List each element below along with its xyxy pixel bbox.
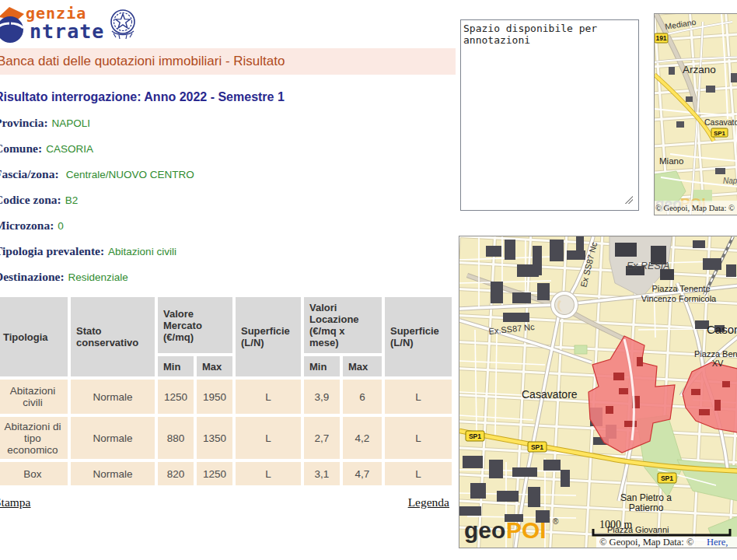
cell-tipologia: Abitazioni di tipo economico (0, 417, 68, 459)
zone-map[interactable]: Ex SS87 Nc Ex.SS87 Nc Ex RESIA Piazza Te… (459, 236, 737, 548)
result-heading: Risultato interrogazione: Anno 2022 - Se… (0, 90, 459, 104)
detail-provincia: Provincia:NAPOLI (0, 116, 459, 130)
cell-superficie-1: L (236, 417, 301, 459)
table-row: Abitazioni civili Normale 1250 1950 L 3,… (0, 380, 452, 414)
destinazione-label: Destinazione: (0, 270, 65, 283)
svg-text:®: ® (553, 517, 559, 526)
map-label-casavatore: Casavatore (522, 388, 578, 401)
sp1-sign: SP1 (711, 128, 728, 137)
cell-tipologia: Box (0, 462, 68, 485)
map-label-piazza-tenente: Vincenzo Formicola (641, 294, 717, 303)
comune-label: Comune: (0, 142, 42, 155)
col-header-tipologia: Tipologia (0, 297, 68, 376)
cell-vl-max: 4,2 (343, 417, 382, 459)
col-header-valori-locazione: Valori Locazione (€/mq x mese) (304, 297, 382, 353)
map-label-san-pietro: Patierno (629, 502, 664, 513)
legenda-link[interactable]: Legenda (408, 495, 449, 509)
map-attribution-link[interactable]: Here, (707, 537, 728, 548)
sp1-sign: SP1 (528, 442, 547, 452)
route-191-sign: 191 (655, 33, 668, 43)
main-content: genzia ntrate Banca dati delle quotazion… (0, 5, 459, 509)
agenzia-entrate-logo: genzia ntrate (0, 5, 459, 45)
cell-vl-max: 6 (343, 380, 382, 414)
fascia-label: Fascia/zona: (0, 167, 59, 180)
map-label-piazza-tenente: Piazza Tenente (651, 284, 710, 293)
detail-comune: Comune:CASORIA (0, 142, 459, 156)
destinazione-value: Residenziale (68, 271, 128, 283)
map-label-piazza-bene: Piazza Bened (694, 349, 737, 359)
cell-vm-min: 1250 (158, 380, 194, 414)
cell-vl-min: 3,1 (304, 462, 340, 485)
svg-text:SP1: SP1 (469, 432, 481, 440)
codice-value: B2 (65, 194, 79, 206)
col-header-vl-max: Max (343, 356, 382, 376)
overview-map[interactable]: 191 SP1 Mediano Arzano Casavatore Miano … (654, 13, 737, 215)
col-header-superficie-2: Superficie (L/N) (385, 297, 452, 376)
cell-vm-min: 820 (158, 462, 194, 485)
map-label-miano: Miano (659, 156, 683, 166)
table-row: Abitazioni di tipo economico Normale 880… (0, 417, 452, 459)
svg-text:geo: geo (464, 517, 505, 543)
logo-text-agenzia: genzia (26, 5, 104, 21)
cell-superficie-1: L (236, 380, 301, 414)
map-label-casavatore: Casavatore (704, 117, 737, 127)
svg-text:SP1: SP1 (531, 443, 543, 451)
sp1-sign: SP1 (466, 431, 484, 441)
col-header-vm-max: Max (197, 356, 232, 376)
logo-text-entrate: ntrate (30, 22, 104, 41)
col-header-vm-min: Min (158, 356, 194, 376)
map-label-casoria: Casoria (707, 323, 737, 336)
codice-label: Codice zona: (0, 193, 61, 206)
detail-codice-zona: Codice zona:B2 (0, 193, 459, 207)
svg-text:SP1: SP1 (714, 130, 726, 137)
table-row: Box Normale 820 1250 L 3,1 4,7 L (0, 462, 452, 485)
col-header-vl-min: Min (304, 356, 340, 376)
cell-superficie-1: L (236, 462, 301, 485)
annotations-textarea[interactable]: Spazio disponibile per annotazioni (460, 19, 639, 211)
detail-microzona: Microzona:0 (0, 219, 459, 233)
map-attribution: © Geopoi, Map Data: © (599, 537, 693, 548)
sp1-sign: SP1 (658, 473, 676, 483)
col-header-stato: Stato conservativo (71, 297, 155, 376)
tipologia-value: Abitazioni civili (108, 246, 176, 257)
svg-text:POI: POI (506, 517, 547, 543)
map-label-ex-resia: Ex RESIA (627, 261, 670, 271)
quotazioni-table: Tipologia Stato conservativo Valore Merc… (0, 294, 455, 488)
cell-vm-max: 1950 (197, 380, 232, 414)
map-label-san-pietro: San Pietro a (620, 492, 672, 503)
map-label-napoli: Napoli (723, 177, 737, 185)
cell-vm-max: 1350 (197, 417, 232, 459)
repubblica-italiana-emblem-icon (108, 5, 138, 44)
map-label-arzano: Arzano (683, 64, 716, 75)
footer-links: Stampa Legenda (0, 495, 449, 509)
svg-text:1000 m: 1000 m (599, 519, 633, 530)
detail-fascia-zona: Fascia/zona:Centrale/NUOVO CENTRO (0, 167, 459, 181)
cell-superficie-2: L (385, 417, 452, 459)
comune-value: CASORIA (46, 143, 93, 155)
cell-vl-min: 3,9 (304, 380, 340, 414)
stampa-link[interactable]: Stampa (0, 495, 31, 509)
svg-text:191: 191 (655, 34, 666, 42)
svg-text:SP1: SP1 (661, 474, 673, 482)
detail-tipologia-prevalente: Tipologia prevalente:Abitazioni civili (0, 244, 459, 258)
cell-vl-min: 2,7 (304, 417, 340, 459)
provincia-value: NAPOLI (52, 117, 91, 129)
cell-stato: Normale (71, 417, 155, 459)
detail-destinazione: Destinazione:Residenziale (0, 270, 459, 284)
cell-superficie-2: L (385, 380, 452, 414)
tipologia-label: Tipologia prevalente: (0, 244, 104, 257)
map-label-piazza-bene: XV (712, 359, 724, 368)
cell-vl-max: 4,7 (343, 462, 382, 485)
cell-stato: Normale (71, 462, 155, 485)
page-title: Banca dati delle quotazioni immobiliari … (0, 48, 456, 75)
geopoi-logo: geo POI ® (464, 517, 559, 543)
microzona-label: Microzona: (0, 219, 54, 232)
cell-superficie-2: L (385, 462, 452, 485)
cell-vm-max: 1250 (197, 462, 232, 485)
col-header-valore-mercato: Valore Mercato (€/mq) (158, 297, 232, 353)
map-attribution-small: © Geopoi, Map Data: © (655, 204, 735, 212)
provincia-label: Provincia: (0, 116, 48, 129)
microzona-value: 0 (58, 220, 64, 232)
cell-vm-min: 880 (158, 417, 194, 459)
cell-tipologia: Abitazioni civili (0, 380, 68, 414)
